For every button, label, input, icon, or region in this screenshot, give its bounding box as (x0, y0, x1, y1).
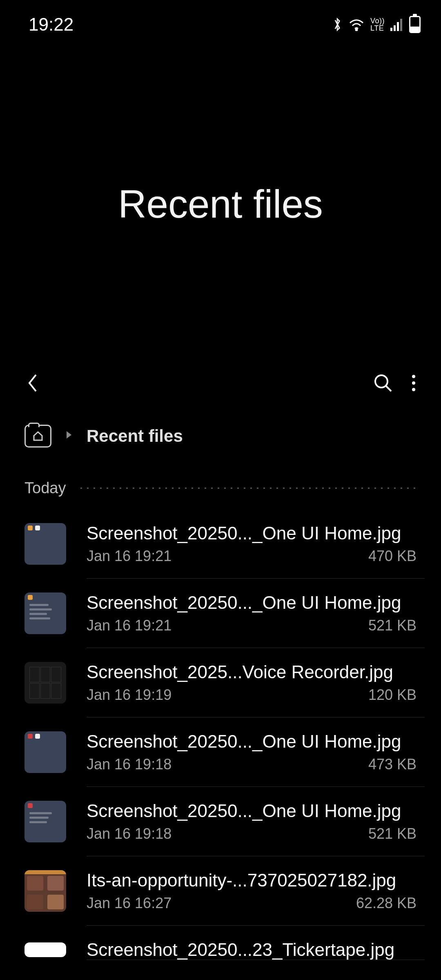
file-name: Screenshot_2025...Voice Recorder.jpg (87, 662, 416, 682)
file-thumbnail (24, 801, 66, 842)
wifi-icon (348, 18, 365, 31)
file-row[interactable]: Screenshot_20250..._One UI Home.jpg Jan … (24, 579, 441, 648)
page-title: Recent files (118, 182, 323, 227)
svg-rect-2 (394, 25, 396, 31)
file-row[interactable]: Screenshot_20250...23_Tickertape.jpg (24, 926, 441, 960)
file-date: Jan 16 19:19 (87, 686, 172, 704)
svg-rect-1 (390, 28, 392, 31)
breadcrumb: Recent files (0, 408, 441, 460)
signal-icon (390, 18, 403, 31)
file-date: Jan 16 19:18 (87, 825, 172, 842)
breadcrumb-current[interactable]: Recent files (87, 426, 183, 446)
file-thumbnail (24, 662, 66, 704)
bluetooth-icon (332, 17, 343, 32)
file-date: Jan 16 19:21 (87, 548, 172, 565)
file-size: 62.28 KB (356, 895, 416, 912)
file-name: Screenshot_20250..._One UI Home.jpg (87, 731, 416, 752)
file-size: 521 KB (368, 825, 416, 842)
file-date: Jan 16 19:18 (87, 756, 172, 773)
svg-rect-4 (400, 19, 402, 31)
svg-line-6 (386, 386, 391, 391)
file-name: Screenshot_20250..._One UI Home.jpg (87, 801, 416, 821)
status-time: 19:22 (29, 14, 74, 35)
file-date: Jan 16 16:27 (87, 895, 172, 912)
status-right: Vo)) LTE (332, 16, 421, 33)
file-row[interactable]: Screenshot_20250..._One UI Home.jpg Jan … (24, 509, 441, 579)
file-name: Screenshot_20250..._One UI Home.jpg (87, 523, 416, 543)
file-thumbnail (24, 592, 66, 634)
file-row[interactable]: Screenshot_20250..._One UI Home.jpg Jan … (24, 717, 441, 787)
svg-point-7 (412, 375, 415, 378)
file-thumbnail (24, 870, 66, 912)
breadcrumb-separator-icon (65, 430, 73, 442)
file-list: Screenshot_20250..._One UI Home.jpg Jan … (0, 509, 441, 960)
file-size: 521 KB (368, 617, 416, 634)
file-size: 473 KB (368, 756, 416, 773)
more-options-button[interactable] (411, 372, 416, 395)
status-bar: 19:22 Vo)) LTE (0, 0, 441, 41)
file-thumbnail (24, 523, 66, 565)
section-divider (78, 488, 416, 489)
svg-point-0 (356, 29, 357, 31)
section-header: Today (0, 460, 441, 509)
home-folder-button[interactable] (24, 425, 51, 448)
file-name: Its-an-opportunity-...737025027182.jpg (87, 870, 416, 891)
svg-point-9 (412, 388, 415, 391)
file-name: Screenshot_20250...23_Tickertape.jpg (87, 940, 416, 960)
volte-indicator: Vo)) LTE (370, 17, 385, 32)
svg-rect-3 (397, 22, 399, 31)
file-size: 470 KB (368, 548, 416, 565)
section-label: Today (24, 479, 66, 497)
toolbar (0, 359, 441, 408)
file-row[interactable]: Screenshot_2025...Voice Recorder.jpg Jan… (24, 648, 441, 717)
title-area: Recent files (0, 49, 441, 359)
file-row[interactable]: Screenshot_20250..._One UI Home.jpg Jan … (24, 787, 441, 856)
search-button[interactable] (372, 372, 394, 395)
file-name: Screenshot_20250..._One UI Home.jpg (87, 592, 416, 613)
file-thumbnail (24, 731, 66, 773)
file-row[interactable]: Its-an-opportunity-...737025027182.jpg J… (24, 856, 441, 926)
file-date: Jan 16 19:21 (87, 617, 172, 634)
file-thumbnail (24, 942, 66, 957)
svg-point-5 (375, 375, 388, 388)
back-button[interactable] (24, 371, 41, 397)
svg-point-8 (412, 381, 415, 385)
file-size: 120 KB (368, 686, 416, 704)
battery-icon (409, 16, 421, 33)
